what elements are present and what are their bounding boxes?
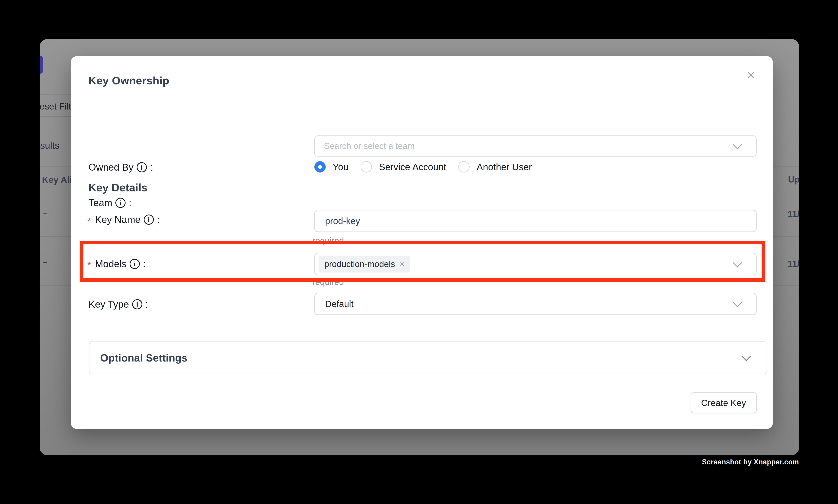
model-tag: production-models × bbox=[319, 256, 410, 272]
team-select[interactable]: Search or select a team bbox=[314, 136, 756, 157]
key-name-input[interactable]: prod-key bbox=[314, 210, 756, 232]
chevron-down-icon bbox=[742, 352, 751, 361]
chevron-down-icon bbox=[733, 298, 742, 307]
radio-label[interactable]: Another User bbox=[477, 162, 532, 173]
team-label-text: Team bbox=[88, 197, 112, 209]
key-type-select[interactable]: Default bbox=[314, 293, 756, 315]
results-count-partial: sults bbox=[40, 140, 59, 151]
info-icon[interactable] bbox=[132, 299, 142, 309]
models-label: * Models : bbox=[88, 258, 146, 270]
divider bbox=[40, 116, 71, 117]
owned-by-label-text: Owned By bbox=[88, 162, 133, 173]
models-multiselect[interactable]: production-models × bbox=[314, 253, 756, 275]
radio-label[interactable]: You bbox=[333, 162, 349, 173]
radio-option-service-account[interactable]: Service Account bbox=[361, 161, 446, 173]
models-label-text: Models bbox=[95, 258, 126, 270]
info-icon[interactable] bbox=[115, 198, 126, 208]
optional-settings-title: Optional Settings bbox=[89, 352, 188, 364]
watermark-text: Screenshot by Xnapper.com bbox=[702, 458, 799, 466]
info-icon[interactable] bbox=[144, 215, 154, 225]
owned-by-radio-group: You Service Account Another User bbox=[314, 161, 532, 173]
create-key-modal: Key Ownership ✕ Owned By : You Service A… bbox=[71, 56, 773, 429]
label-colon: : bbox=[145, 299, 148, 310]
table-row-alias: – bbox=[42, 208, 48, 218]
reset-filters-button-partial[interactable]: eset Filt bbox=[40, 101, 71, 112]
column-header-updated: Up bbox=[788, 174, 799, 185]
optional-settings-panel[interactable]: Optional Settings bbox=[89, 341, 767, 374]
table-row-updated: 11/ bbox=[788, 209, 799, 219]
radio-option-another-user[interactable]: Another User bbox=[458, 161, 532, 173]
info-icon[interactable] bbox=[130, 259, 140, 269]
table-row-alias: – bbox=[42, 256, 48, 267]
team-label: Team : bbox=[88, 197, 131, 209]
owned-by-label: Owned By : bbox=[88, 162, 153, 173]
radio-unselected-icon[interactable] bbox=[361, 161, 372, 173]
key-type-label-text: Key Type bbox=[88, 299, 129, 310]
required-asterisk: * bbox=[88, 260, 91, 271]
label-colon: : bbox=[157, 214, 160, 225]
key-type-value: Default bbox=[315, 299, 354, 309]
radio-option-you[interactable]: You bbox=[314, 161, 349, 173]
key-name-value: prod-key bbox=[315, 216, 360, 226]
label-colon: : bbox=[143, 258, 146, 270]
create-key-button-fragment[interactable] bbox=[40, 56, 43, 74]
label-colon: : bbox=[129, 197, 131, 209]
modal-title: Key Ownership bbox=[88, 74, 169, 87]
required-asterisk: * bbox=[88, 216, 91, 226]
info-icon[interactable] bbox=[137, 162, 147, 173]
close-icon[interactable]: ✕ bbox=[742, 66, 760, 84]
radio-label[interactable]: Service Account bbox=[379, 162, 446, 173]
key-name-label-text: Key Name bbox=[95, 214, 141, 225]
team-select-placeholder: Search or select a team bbox=[315, 141, 415, 151]
chevron-down-icon bbox=[733, 140, 742, 149]
label-colon: : bbox=[150, 162, 153, 173]
table-row-updated: 11/ bbox=[788, 258, 799, 269]
screenshot-stage: eset Filt sults Key Alia Up – 11/ – 11/ … bbox=[0, 0, 838, 504]
create-key-button[interactable]: Create Key bbox=[691, 392, 756, 413]
key-name-label: * Key Name : bbox=[88, 214, 160, 225]
key-type-label: Key Type : bbox=[88, 299, 148, 310]
key-details-title: Key Details bbox=[88, 181, 147, 194]
key-name-required-message: required bbox=[313, 236, 344, 246]
radio-unselected-icon[interactable] bbox=[458, 161, 469, 173]
model-tag-label: production-models bbox=[324, 259, 395, 269]
radio-selected-icon[interactable] bbox=[314, 161, 326, 173]
models-required-message: required bbox=[313, 277, 344, 287]
chevron-down-icon bbox=[733, 258, 742, 267]
tag-remove-icon[interactable]: × bbox=[400, 259, 405, 269]
divider bbox=[40, 94, 71, 95]
